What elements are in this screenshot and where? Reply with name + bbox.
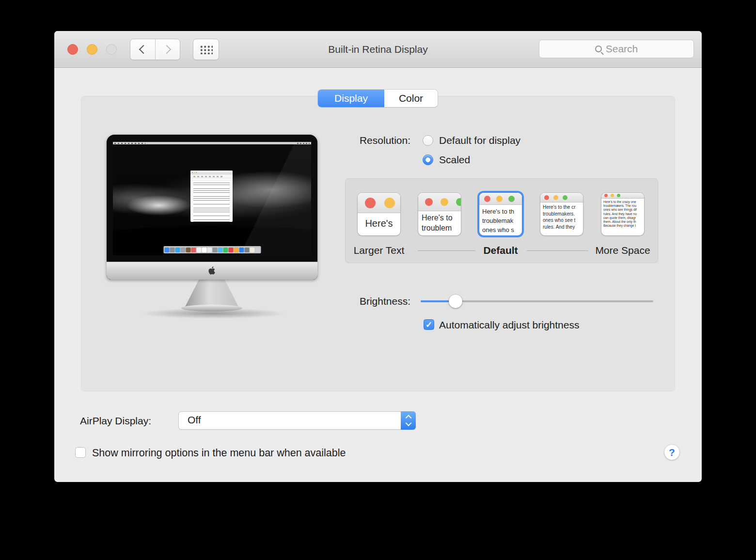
mini-minimize-icon bbox=[496, 196, 503, 202]
scale-divider-line bbox=[418, 250, 475, 251]
grid-icon bbox=[199, 45, 213, 54]
scale-option-more-space[interactable]: Here's to the crazy onetroublemakers. Th… bbox=[601, 193, 644, 235]
mini-zoom-icon bbox=[563, 195, 567, 200]
radio-scaled[interactable] bbox=[423, 155, 433, 165]
close-button[interactable] bbox=[67, 44, 78, 55]
mini-minimize-icon bbox=[611, 194, 614, 197]
window-titlebar: Built-in Retina Display Search bbox=[54, 31, 702, 68]
radio-scaled-label[interactable]: Scaled bbox=[439, 154, 470, 166]
search-icon bbox=[595, 46, 602, 52]
tab-bar: Display Color bbox=[318, 90, 438, 107]
auto-brightness-checkbox[interactable]: ✓ bbox=[424, 319, 434, 330]
show-mirroring-checkbox[interactable] bbox=[75, 447, 86, 458]
search-placeholder: Search bbox=[606, 43, 638, 55]
brightness-label: Brightness: bbox=[314, 295, 410, 308]
mini-close-icon bbox=[484, 196, 490, 202]
back-button[interactable] bbox=[130, 39, 155, 60]
imac-base bbox=[181, 305, 242, 311]
scale-label-larger-text: Larger Text bbox=[345, 245, 413, 256]
scale-option-larger-text[interactable]: Here's bbox=[358, 193, 400, 235]
brightness-slider-knob[interactable] bbox=[449, 295, 462, 308]
mini-close-icon bbox=[604, 194, 608, 197]
airplay-display-dropdown[interactable]: Off bbox=[178, 411, 416, 430]
scale-divider-line bbox=[527, 250, 588, 251]
help-button[interactable]: ? bbox=[664, 444, 680, 460]
mini-zoom-icon bbox=[456, 198, 461, 206]
mini-zoom-icon bbox=[617, 194, 620, 197]
screen-reflection bbox=[113, 142, 311, 255]
show-mirroring-label[interactable]: Show mirroring options in the menu bar w… bbox=[92, 447, 346, 459]
auto-brightness-label[interactable]: Automatically adjust brightness bbox=[439, 319, 579, 331]
mini-zoom-icon bbox=[508, 196, 515, 202]
imac-screen bbox=[113, 142, 311, 255]
scale-option-2[interactable]: Here's totroublem bbox=[418, 193, 461, 235]
tab-display[interactable]: Display bbox=[318, 90, 384, 107]
show-all-button[interactable] bbox=[193, 39, 219, 60]
navigation-buttons bbox=[130, 39, 180, 60]
scale-label-more-space: More Space bbox=[589, 245, 657, 256]
imac-chin bbox=[107, 262, 317, 280]
minimize-button[interactable] bbox=[87, 44, 97, 55]
search-input[interactable]: Search bbox=[539, 40, 694, 58]
tab-color[interactable]: Color bbox=[384, 90, 438, 107]
mini-minimize-icon bbox=[441, 198, 448, 206]
mini-minimize-icon bbox=[553, 195, 558, 200]
system-preferences-window: Built-in Retina Display Search Display C… bbox=[54, 31, 702, 482]
airplay-display-label: AirPlay Display: bbox=[80, 415, 151, 427]
dropdown-stepper-icon bbox=[401, 411, 416, 430]
mini-close-icon bbox=[425, 198, 433, 206]
airplay-selected-value: Off bbox=[188, 414, 201, 426]
apple-logo-icon bbox=[208, 266, 216, 276]
chevron-down-icon bbox=[405, 420, 411, 426]
scale-label-default: Default bbox=[467, 245, 535, 256]
mini-close-icon bbox=[544, 195, 549, 200]
chevron-left-icon bbox=[139, 45, 148, 54]
mini-minimize-icon bbox=[384, 198, 395, 208]
forward-button[interactable] bbox=[155, 39, 180, 60]
radio-default-for-display-label[interactable]: Default for display bbox=[439, 134, 520, 147]
zoom-button bbox=[106, 44, 117, 55]
radio-default-for-display[interactable] bbox=[423, 135, 433, 146]
scaled-options-panel: Here's Here's totroublem Here's to thtro… bbox=[345, 178, 658, 263]
brightness-slider[interactable] bbox=[421, 295, 653, 308]
resolution-label: Resolution: bbox=[314, 134, 410, 147]
scale-option-4[interactable]: Here's to the crtroublemakers.ones who s… bbox=[540, 193, 583, 235]
mini-close-icon bbox=[365, 198, 376, 208]
chevron-right-icon bbox=[162, 45, 171, 54]
imac-display-preview bbox=[107, 135, 317, 280]
scale-option-default[interactable]: Here's to thtroublemakones who s bbox=[479, 193, 522, 235]
